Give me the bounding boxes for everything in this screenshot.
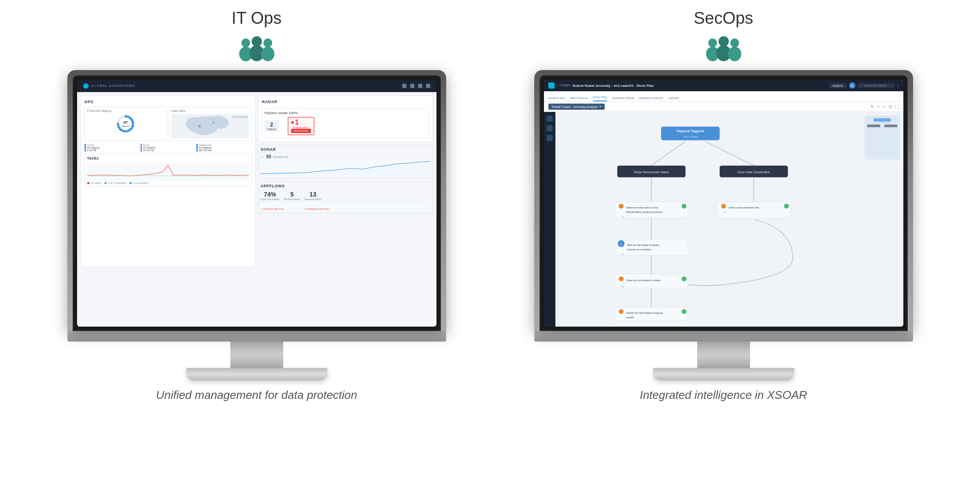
- gps-panel: GPS Protected Objects: [81, 96, 255, 267]
- gps-data-rows: Cloud 43 Objects 2.42 TB SaaS 12 Objects…: [85, 144, 251, 152]
- itops-topbar: GLOBAL DASHBOARD: [77, 80, 436, 92]
- itops-bezel: GLOBAL DASHBOARD: [73, 75, 441, 331]
- tab-canvas[interactable]: Canvas: [669, 97, 679, 101]
- radar-title: RADAR: [262, 100, 429, 104]
- svg-text:process to complete: process to complete: [627, 248, 651, 251]
- itops-ui: GLOBAL DASHBOARD: [77, 80, 436, 327]
- sonar-chart: [261, 160, 430, 176]
- fullscreen-icon[interactable]: ⛶: [895, 104, 899, 109]
- incident-title: Rubrik Radar Anomaly - sh1-radar01 - Wor…: [573, 84, 654, 88]
- svg-point-15: [730, 38, 739, 47]
- svg-rect-59: [867, 125, 880, 127]
- protected-objects-donut: 97 Objects: [116, 114, 135, 134]
- zoom-in-icon[interactable]: +: [877, 104, 879, 109]
- appflows-panel: APPFLOWS 74% cSync (94) enabled 5: [258, 181, 433, 214]
- secops-team-icon: [702, 35, 746, 66]
- svg-point-51: [681, 276, 686, 281]
- gear-icon[interactable]: [410, 84, 414, 88]
- radar-pipeline: Pipeline health 100% 2 Objects →: [262, 108, 429, 138]
- info-icon[interactable]: i: [849, 82, 855, 89]
- canvas-controls: ↻ + — ⊡ ⛶: [871, 104, 899, 109]
- secops-monitor: ☆ #78864 Rubrik Radar Anomaly - sh1-rada…: [534, 70, 913, 331]
- appflows-plans-stat: 5 DR Plans Ready: [284, 191, 300, 201]
- data-sites-map: 2 Connected: [171, 114, 249, 138]
- zoom-out-icon[interactable]: —: [882, 104, 886, 109]
- refresh-icon[interactable]: ↻: [871, 104, 874, 109]
- tab-evidence-board[interactable]: Evidence Board: [612, 97, 634, 101]
- svg-point-54: [618, 309, 623, 314]
- appflows-pct-stat: 74% cSync (94) enabled: [261, 191, 280, 201]
- radar-arrow-right: →: [281, 124, 285, 128]
- itops-stand-base: [186, 368, 327, 380]
- workflow-canvas: Playbook Triggered Auto / Analyst Radar …: [555, 112, 903, 327]
- svg-text:Clean up the incident context: Clean up the incident context: [626, 279, 661, 282]
- actions-button[interactable]: Actions: [829, 83, 847, 88]
- secops-tabs: Incident Info War Room ● Work Plan Evide…: [544, 91, 903, 102]
- grid-icon[interactable]: [418, 84, 422, 88]
- map-connected: 2 Connected: [232, 115, 247, 118]
- sidebar-icon-3[interactable]: [547, 135, 553, 141]
- secops-topbar-right: Actions i Search this Identity... ›: [829, 82, 899, 89]
- investigate-button[interactable]: INVESTIGATE: [291, 129, 311, 133]
- secops-logo: ☆ #78864 Rubrik Radar Anomaly - sh1-rada…: [548, 82, 654, 89]
- itops-caption: Unified management for data protection: [156, 388, 357, 402]
- bell-icon[interactable]: [402, 84, 407, 88]
- svg-point-35: [681, 204, 686, 208]
- svg-point-5: [261, 47, 274, 61]
- svg-line-18: [705, 141, 754, 165]
- sonar-header: → 93 Sensitive hits: [261, 154, 430, 159]
- datacenter-data: Datacenter 42 Objects 327.59 GB: [196, 144, 251, 152]
- fit-icon[interactable]: ⊡: [889, 104, 892, 109]
- xsoar-logo: [548, 82, 555, 89]
- sidebar-icon-2[interactable]: [547, 125, 553, 131]
- gps-title: GPS: [85, 100, 251, 104]
- sidebar-icon-1[interactable]: [547, 115, 553, 122]
- svg-rect-62: [884, 130, 897, 133]
- playbook-dropdown[interactable]: Rubrik Polaris - Anomaly Analysis ▾: [548, 104, 605, 110]
- cloud-size: 2.42 TB: [87, 149, 140, 152]
- svg-text:≡: ≡: [620, 242, 622, 246]
- svg-point-11: [708, 38, 717, 47]
- tab-incident-info[interactable]: Incident Info: [548, 97, 565, 101]
- datacenter-size: 327.59 GB: [199, 149, 251, 152]
- svg-point-2: [251, 36, 262, 46]
- appflows-stats: 74% cSync (94) enabled 5 DR Plans Ready: [261, 191, 430, 201]
- svg-text:No: No: [621, 285, 624, 288]
- svg-text:Wait for the Radar Analysis: Wait for the Radar Analysis: [627, 243, 659, 246]
- svg-text:Gather the final Radar Analysi: Gather the final Radar Analysis: [626, 311, 663, 314]
- tasks-title: Tasks: [87, 156, 249, 160]
- svg-text:rubrik-sonar-sensitive-hits: rubrik-sonar-sensitive-hits: [728, 206, 759, 209]
- svg-line-17: [651, 141, 685, 165]
- svg-line-66: [873, 122, 882, 125]
- tab-related-incidents[interactable]: Related Incidents: [640, 97, 663, 101]
- search-box[interactable]: Search this Identity...: [858, 83, 895, 88]
- tab-work-plan[interactable]: Work Plan: [593, 96, 607, 101]
- cancelled-legend: 10 Cancelled: [129, 182, 148, 184]
- completed-legend: 1.4k Completed: [104, 182, 126, 184]
- itops-section: IT Ops: [37, 9, 477, 402]
- svg-line-67: [882, 122, 891, 125]
- search-submit-icon[interactable]: ›: [897, 83, 899, 88]
- secops-ui: ☆ #78864 Rubrik Radar Anomaly - sh1-rada…: [544, 80, 903, 327]
- secops-stand-neck: [697, 342, 750, 368]
- tasks-section: Tasks: [85, 153, 251, 187]
- protected-objects-panel: Protected Objects: [85, 107, 167, 141]
- svg-point-8: [199, 125, 201, 127]
- user-icon[interactable]: [426, 84, 430, 88]
- secops-bezel: ☆ #78864 Rubrik Radar Anomaly - sh1-rada…: [540, 75, 908, 331]
- svg-rect-37: [717, 202, 790, 218]
- svg-rect-60: [884, 125, 897, 127]
- saas-size: 12.26 TB: [143, 149, 196, 152]
- failed-legend: 13 Failed: [87, 182, 101, 184]
- svg-text:Radar Ransomware Status: Radar Ransomware Status: [634, 171, 669, 174]
- svg-text:Sonar Data Classification: Sonar Data Classification: [737, 171, 770, 174]
- svg-point-13: [718, 36, 729, 46]
- svg-point-16: [728, 47, 741, 61]
- itops-stand-top: [67, 331, 446, 342]
- svg-rect-24: [661, 126, 720, 140]
- workflow-preview-content: [865, 116, 899, 159]
- tab-war-room[interactable]: War Room ●: [570, 97, 588, 101]
- workflow-area: Playbook Triggered Auto / Analyst Radar …: [544, 112, 903, 327]
- donut-container: 97 Objects: [87, 114, 165, 134]
- secops-screen: ☆ #78864 Rubrik Radar Anomaly - sh1-rada…: [544, 80, 903, 327]
